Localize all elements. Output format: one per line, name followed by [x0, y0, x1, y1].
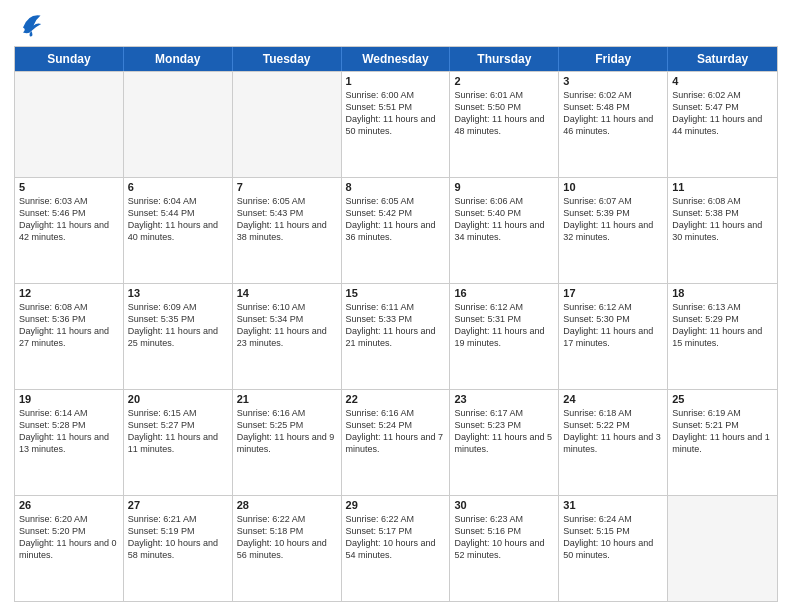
calendar-cell: 5Sunrise: 6:03 AMSunset: 5:46 PMDaylight… — [15, 178, 124, 283]
cell-date: 15 — [346, 287, 446, 299]
cell-info: Sunrise: 6:02 AMSunset: 5:47 PMDaylight:… — [672, 89, 773, 138]
cell-info: Sunrise: 6:19 AMSunset: 5:21 PMDaylight:… — [672, 407, 773, 456]
calendar-cell: 19Sunrise: 6:14 AMSunset: 5:28 PMDayligh… — [15, 390, 124, 495]
calendar-cell: 17Sunrise: 6:12 AMSunset: 5:30 PMDayligh… — [559, 284, 668, 389]
cell-info: Sunrise: 6:09 AMSunset: 5:35 PMDaylight:… — [128, 301, 228, 350]
cell-info: Sunrise: 6:16 AMSunset: 5:25 PMDaylight:… — [237, 407, 337, 456]
cell-date: 13 — [128, 287, 228, 299]
day-header-friday: Friday — [559, 47, 668, 71]
cell-info: Sunrise: 6:11 AMSunset: 5:33 PMDaylight:… — [346, 301, 446, 350]
calendar-cell: 8Sunrise: 6:05 AMSunset: 5:42 PMDaylight… — [342, 178, 451, 283]
cell-info: Sunrise: 6:13 AMSunset: 5:29 PMDaylight:… — [672, 301, 773, 350]
calendar-row-2: 5Sunrise: 6:03 AMSunset: 5:46 PMDaylight… — [15, 177, 777, 283]
cell-date: 10 — [563, 181, 663, 193]
cell-date: 18 — [672, 287, 773, 299]
day-header-monday: Monday — [124, 47, 233, 71]
cell-info: Sunrise: 6:24 AMSunset: 5:15 PMDaylight:… — [563, 513, 663, 562]
calendar-cell: 15Sunrise: 6:11 AMSunset: 5:33 PMDayligh… — [342, 284, 451, 389]
cell-info: Sunrise: 6:08 AMSunset: 5:38 PMDaylight:… — [672, 195, 773, 244]
cell-date: 23 — [454, 393, 554, 405]
cell-date: 1 — [346, 75, 446, 87]
cell-info: Sunrise: 6:22 AMSunset: 5:18 PMDaylight:… — [237, 513, 337, 562]
calendar-cell: 30Sunrise: 6:23 AMSunset: 5:16 PMDayligh… — [450, 496, 559, 601]
calendar-row-1: 1Sunrise: 6:00 AMSunset: 5:51 PMDaylight… — [15, 71, 777, 177]
calendar-cell: 18Sunrise: 6:13 AMSunset: 5:29 PMDayligh… — [668, 284, 777, 389]
cell-date: 28 — [237, 499, 337, 511]
cell-info: Sunrise: 6:03 AMSunset: 5:46 PMDaylight:… — [19, 195, 119, 244]
calendar-row-5: 26Sunrise: 6:20 AMSunset: 5:20 PMDayligh… — [15, 495, 777, 601]
cell-date: 21 — [237, 393, 337, 405]
cell-date: 31 — [563, 499, 663, 511]
calendar-cell: 12Sunrise: 6:08 AMSunset: 5:36 PMDayligh… — [15, 284, 124, 389]
cell-info: Sunrise: 6:05 AMSunset: 5:43 PMDaylight:… — [237, 195, 337, 244]
cell-info: Sunrise: 6:20 AMSunset: 5:20 PMDaylight:… — [19, 513, 119, 562]
calendar: SundayMondayTuesdayWednesdayThursdayFrid… — [14, 46, 778, 602]
cell-info: Sunrise: 6:07 AMSunset: 5:39 PMDaylight:… — [563, 195, 663, 244]
calendar-cell: 3Sunrise: 6:02 AMSunset: 5:48 PMDaylight… — [559, 72, 668, 177]
cell-info: Sunrise: 6:12 AMSunset: 5:31 PMDaylight:… — [454, 301, 554, 350]
calendar-cell — [124, 72, 233, 177]
cell-info: Sunrise: 6:17 AMSunset: 5:23 PMDaylight:… — [454, 407, 554, 456]
calendar-cell: 1Sunrise: 6:00 AMSunset: 5:51 PMDaylight… — [342, 72, 451, 177]
calendar-row-3: 12Sunrise: 6:08 AMSunset: 5:36 PMDayligh… — [15, 283, 777, 389]
calendar-body: 1Sunrise: 6:00 AMSunset: 5:51 PMDaylight… — [15, 71, 777, 601]
calendar-cell: 16Sunrise: 6:12 AMSunset: 5:31 PMDayligh… — [450, 284, 559, 389]
calendar-cell: 25Sunrise: 6:19 AMSunset: 5:21 PMDayligh… — [668, 390, 777, 495]
page-header — [14, 10, 778, 38]
cell-date: 24 — [563, 393, 663, 405]
cell-info: Sunrise: 6:04 AMSunset: 5:44 PMDaylight:… — [128, 195, 228, 244]
cell-date: 6 — [128, 181, 228, 193]
day-header-wednesday: Wednesday — [342, 47, 451, 71]
calendar-cell: 26Sunrise: 6:20 AMSunset: 5:20 PMDayligh… — [15, 496, 124, 601]
calendar-cell: 13Sunrise: 6:09 AMSunset: 5:35 PMDayligh… — [124, 284, 233, 389]
cell-info: Sunrise: 6:05 AMSunset: 5:42 PMDaylight:… — [346, 195, 446, 244]
cell-date: 14 — [237, 287, 337, 299]
cell-date: 29 — [346, 499, 446, 511]
cell-date: 26 — [19, 499, 119, 511]
calendar-cell: 24Sunrise: 6:18 AMSunset: 5:22 PMDayligh… — [559, 390, 668, 495]
cell-info: Sunrise: 6:18 AMSunset: 5:22 PMDaylight:… — [563, 407, 663, 456]
calendar-cell: 22Sunrise: 6:16 AMSunset: 5:24 PMDayligh… — [342, 390, 451, 495]
cell-date: 20 — [128, 393, 228, 405]
calendar-cell: 31Sunrise: 6:24 AMSunset: 5:15 PMDayligh… — [559, 496, 668, 601]
cell-date: 25 — [672, 393, 773, 405]
calendar-header: SundayMondayTuesdayWednesdayThursdayFrid… — [15, 47, 777, 71]
cell-date: 17 — [563, 287, 663, 299]
day-header-tuesday: Tuesday — [233, 47, 342, 71]
cell-date: 7 — [237, 181, 337, 193]
cell-info: Sunrise: 6:15 AMSunset: 5:27 PMDaylight:… — [128, 407, 228, 456]
calendar-cell: 10Sunrise: 6:07 AMSunset: 5:39 PMDayligh… — [559, 178, 668, 283]
cell-date: 4 — [672, 75, 773, 87]
logo — [14, 10, 44, 38]
calendar-cell: 2Sunrise: 6:01 AMSunset: 5:50 PMDaylight… — [450, 72, 559, 177]
cell-info: Sunrise: 6:02 AMSunset: 5:48 PMDaylight:… — [563, 89, 663, 138]
cell-info: Sunrise: 6:23 AMSunset: 5:16 PMDaylight:… — [454, 513, 554, 562]
calendar-cell: 9Sunrise: 6:06 AMSunset: 5:40 PMDaylight… — [450, 178, 559, 283]
cell-date: 12 — [19, 287, 119, 299]
cell-info: Sunrise: 6:00 AMSunset: 5:51 PMDaylight:… — [346, 89, 446, 138]
cell-info: Sunrise: 6:06 AMSunset: 5:40 PMDaylight:… — [454, 195, 554, 244]
day-header-sunday: Sunday — [15, 47, 124, 71]
logo-bird-icon — [16, 10, 44, 38]
calendar-cell: 21Sunrise: 6:16 AMSunset: 5:25 PMDayligh… — [233, 390, 342, 495]
day-header-thursday: Thursday — [450, 47, 559, 71]
cell-date: 8 — [346, 181, 446, 193]
cell-date: 30 — [454, 499, 554, 511]
cell-date: 19 — [19, 393, 119, 405]
cell-info: Sunrise: 6:21 AMSunset: 5:19 PMDaylight:… — [128, 513, 228, 562]
cell-date: 5 — [19, 181, 119, 193]
cell-info: Sunrise: 6:22 AMSunset: 5:17 PMDaylight:… — [346, 513, 446, 562]
cell-date: 9 — [454, 181, 554, 193]
cell-date: 3 — [563, 75, 663, 87]
calendar-cell: 29Sunrise: 6:22 AMSunset: 5:17 PMDayligh… — [342, 496, 451, 601]
calendar-cell: 7Sunrise: 6:05 AMSunset: 5:43 PMDaylight… — [233, 178, 342, 283]
calendar-cell: 11Sunrise: 6:08 AMSunset: 5:38 PMDayligh… — [668, 178, 777, 283]
cell-info: Sunrise: 6:01 AMSunset: 5:50 PMDaylight:… — [454, 89, 554, 138]
calendar-row-4: 19Sunrise: 6:14 AMSunset: 5:28 PMDayligh… — [15, 389, 777, 495]
calendar-cell: 6Sunrise: 6:04 AMSunset: 5:44 PMDaylight… — [124, 178, 233, 283]
cell-date: 22 — [346, 393, 446, 405]
calendar-cell: 28Sunrise: 6:22 AMSunset: 5:18 PMDayligh… — [233, 496, 342, 601]
cell-info: Sunrise: 6:16 AMSunset: 5:24 PMDaylight:… — [346, 407, 446, 456]
calendar-cell — [233, 72, 342, 177]
calendar-cell: 23Sunrise: 6:17 AMSunset: 5:23 PMDayligh… — [450, 390, 559, 495]
